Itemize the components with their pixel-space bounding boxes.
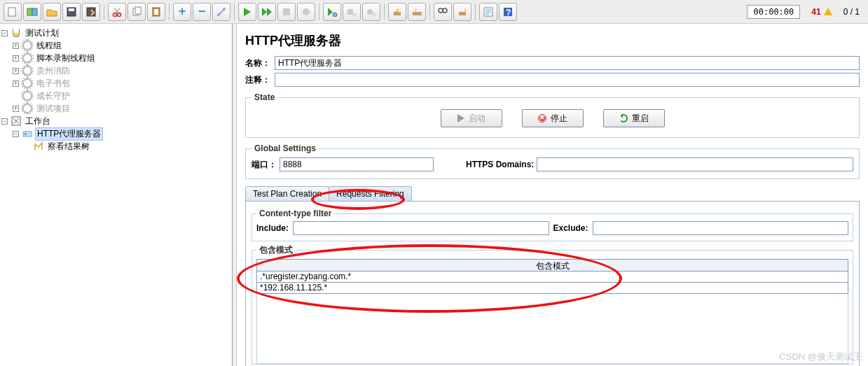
search-icon[interactable] (434, 3, 452, 21)
shutdown-icon[interactable] (297, 3, 315, 21)
tree-item[interactable]: 贵州消防 (35, 65, 71, 77)
include-patterns-fieldset: 包含模式 包含模式 .*uregister.zybang.com.* *192.… (252, 244, 853, 365)
svg-point-15 (303, 8, 310, 15)
templates-icon[interactable] (23, 3, 41, 21)
clear-all-icon[interactable] (408, 3, 426, 21)
include-label: Include: (256, 223, 289, 233)
port-label: 端口： (252, 159, 277, 171)
main-toolbar: + − ? 00:00:00 41 0 / 1 (0, 0, 868, 24)
svg-rect-1 (27, 8, 32, 15)
expand-icon[interactable]: + (173, 3, 191, 21)
stop-icon[interactable] (277, 3, 296, 21)
tree-workbench[interactable]: 工作台 (24, 115, 52, 127)
svg-point-18 (352, 13, 357, 17)
https-input[interactable] (537, 157, 853, 171)
port-input[interactable] (280, 157, 434, 171)
filtering-tabpane: Content-type filter Include: Exclude: 包含… (245, 201, 860, 366)
svg-rect-21 (394, 12, 401, 15)
state-fieldset: State 启动 停止 重启 (245, 92, 860, 138)
tree-result[interactable]: 察看结果树 (46, 141, 91, 153)
content-type-filter-fieldset: Content-type filter Include: Exclude: (252, 209, 853, 241)
save-as-icon[interactable] (82, 3, 100, 21)
tree-item[interactable]: 电子书包 (35, 78, 71, 90)
svg-point-19 (367, 9, 373, 15)
patterns-column-header: 包含模式 (256, 259, 848, 272)
tree-root[interactable]: 测试计划 (24, 27, 60, 39)
watermark: CSDN @傲天测试王 (779, 351, 862, 363)
function-helper-icon[interactable] (479, 3, 497, 21)
test-plan-tree[interactable]: −测试计划 +线程组 +脚本录制线程组 +贵州消防 +电子书包 成长守护 +测试… (0, 24, 233, 366)
svg-rect-31 (23, 132, 32, 136)
svg-rect-17 (347, 9, 353, 15)
remote-start-icon[interactable] (323, 3, 341, 21)
svg-text:?: ? (506, 8, 511, 17)
svg-point-16 (333, 13, 337, 17)
exclude-label: Exclude: (553, 223, 588, 233)
cut-icon[interactable] (108, 3, 126, 21)
warning-icon[interactable] (824, 8, 832, 15)
panel-title: HTTP代理服务器 (245, 32, 860, 49)
name-label: 名称： (245, 57, 275, 69)
svg-point-20 (372, 13, 376, 17)
svg-rect-23 (417, 12, 422, 15)
global-legend: Global Settings (252, 143, 319, 153)
tab-requests-filtering[interactable]: Requests Filtering (329, 186, 412, 201)
patterns-body[interactable] (256, 294, 848, 364)
clear-icon[interactable] (388, 3, 406, 21)
svg-rect-9 (135, 7, 141, 14)
thread-ratio: 0 / 1 (843, 7, 860, 17)
tab-test-plan-creation[interactable]: Test Plan Creation (245, 186, 329, 201)
tree-item[interactable]: 成长守护 (35, 90, 71, 102)
global-settings-fieldset: Global Settings 端口： HTTPS Domains: (245, 143, 860, 179)
pattern-row[interactable]: *192.168.11.125.* (256, 283, 848, 294)
restart-button[interactable]: 重启 (603, 109, 665, 127)
ctfilter-legend: Content-type filter (256, 209, 334, 218)
svg-rect-0 (8, 8, 15, 16)
tree-item[interactable]: 线程组 (35, 40, 63, 52)
toggle-icon[interactable] (212, 3, 230, 21)
svg-rect-11 (154, 9, 158, 15)
remote-shutdown-icon[interactable] (362, 3, 380, 21)
comment-label: 注释： (245, 74, 275, 86)
svg-rect-32 (25, 133, 27, 135)
patterns-legend: 包含模式 (256, 244, 296, 256)
tree-proxy[interactable]: HTTP代理服务器 (35, 127, 103, 141)
comment-input[interactable] (275, 73, 860, 87)
config-panel: HTTP代理服务器 名称： 注释： State 启动 停止 重启 Global … (237, 24, 868, 366)
svg-rect-22 (413, 12, 418, 15)
svg-rect-14 (283, 8, 290, 15)
new-icon[interactable] (4, 3, 22, 21)
stop-button[interactable]: 停止 (522, 109, 584, 127)
svg-point-13 (223, 8, 226, 10)
remote-stop-icon[interactable] (343, 3, 361, 21)
start-button[interactable]: 启动 (441, 109, 502, 127)
run-icon[interactable] (238, 3, 256, 21)
open-icon[interactable] (43, 3, 61, 21)
paste-icon[interactable] (147, 3, 165, 21)
exclude-input[interactable] (593, 221, 848, 235)
pattern-row[interactable]: .*uregister.zybang.com.* (256, 272, 848, 283)
include-input[interactable] (293, 221, 549, 235)
name-input[interactable] (275, 56, 860, 70)
copy-icon[interactable] (128, 3, 146, 21)
svg-rect-4 (69, 8, 74, 11)
svg-rect-26 (459, 12, 466, 15)
https-label: HTTPS Domains: (466, 160, 534, 169)
collapse-icon[interactable]: − (193, 3, 211, 21)
elapsed-time: 00:00:00 (747, 5, 800, 19)
reset-search-icon[interactable] (453, 3, 471, 21)
save-icon[interactable] (62, 3, 81, 21)
tree-item[interactable]: 测试项目 (35, 103, 71, 115)
svg-point-12 (217, 13, 220, 16)
warning-count: 41 (811, 7, 820, 17)
svg-rect-2 (32, 8, 37, 15)
tree-item[interactable]: 脚本录制线程组 (35, 52, 97, 64)
state-legend: State (252, 92, 277, 102)
help-icon[interactable]: ? (499, 3, 517, 21)
run-notimer-icon[interactable] (258, 3, 276, 21)
